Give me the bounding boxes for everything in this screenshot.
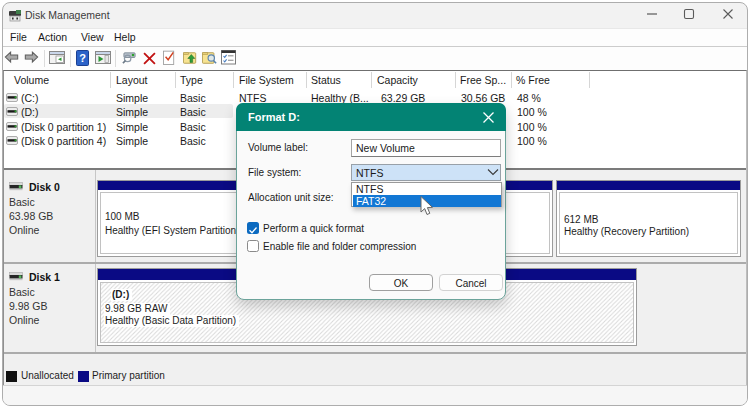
svg-text:?: ? [79,52,86,64]
